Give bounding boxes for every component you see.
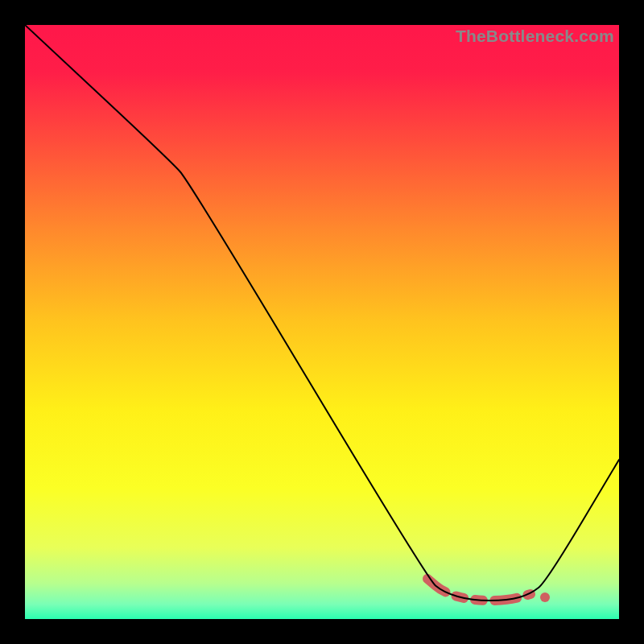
chart-plot-area: TheBottleneck.com [25,25,619,619]
curve-layer [25,25,619,619]
watermark-text: TheBottleneck.com [456,27,614,46]
main-curve [25,25,619,601]
marker-end-dot [540,592,550,602]
marker-segment [427,579,530,601]
